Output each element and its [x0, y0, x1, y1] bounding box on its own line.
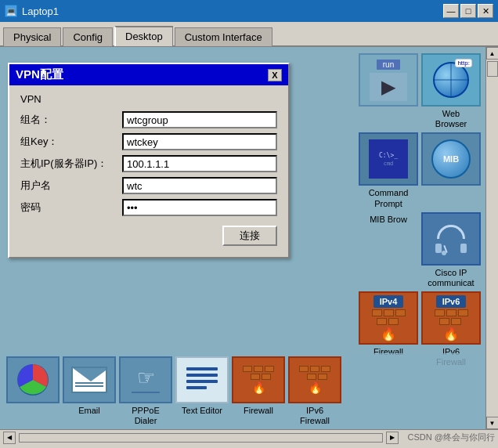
close-button[interactable]: ✕ [478, 4, 493, 18]
vpn-input-username[interactable] [122, 177, 277, 194]
text-editor-label: Text Editor [182, 406, 222, 416]
title-bar: 💻 Laptop1 — □ ✕ [0, 0, 498, 22]
vpn-label-2: 主机IP(服务器IP)： [20, 157, 122, 171]
command-prompt-label: CommandPrompt [369, 188, 409, 208]
run-label: run [377, 60, 400, 70]
vpn-input-password[interactable] [122, 199, 277, 216]
web-browser-icon-item[interactable]: http: WebBrowser [421, 53, 481, 129]
title-bar-controls: — □ ✕ [443, 4, 493, 18]
email-icon-box [63, 356, 116, 403]
vpn-label-3: 用户名 [20, 179, 122, 193]
vpn-label-0: 组名： [20, 113, 122, 127]
ipv6f-icon-item[interactable]: 🔥 IPv6Firewall [288, 356, 341, 426]
ipv6f-label: IPv6Firewall [300, 406, 330, 426]
email-icon-item[interactable]: Email [63, 356, 116, 426]
firewall2-label: Firewall [244, 406, 273, 416]
maximize-button[interactable]: □ [460, 4, 476, 18]
pppoe-icon-box: ☞ [119, 356, 172, 403]
cisco-ip-icon-item[interactable]: Cisco IPcommunicat [421, 212, 481, 288]
vpn-content: VPN 组名： 组Key： 主机IP(服务器IP)： 用户名 [9, 85, 288, 257]
main-content: run ▶ http [0, 47, 498, 429]
pie-chart-svg [15, 362, 51, 398]
tab-custom-interface[interactable]: Custom Interface [175, 27, 272, 46]
status-bar: ◀ ▶ CSDN @终会与你同行 [0, 429, 498, 445]
vpn-connect-button[interactable]: 连接 [222, 226, 277, 246]
vpn-title-text: VPN配置 [16, 67, 63, 82]
tab-physical[interactable]: Physical [3, 27, 61, 46]
vpn-field-row-0: 组名： [20, 111, 277, 128]
window-title: Laptop1 [22, 5, 59, 17]
vpn-close-button[interactable]: X [268, 69, 282, 81]
vpn-field-row-2: 主机IP(服务器IP)： [20, 155, 277, 172]
firewall2-icon-item[interactable]: 🔥 Firewall [232, 356, 285, 426]
mib-browser-row2-icon-item[interactable]: MIB [421, 132, 481, 208]
firewall2-icon-box: 🔥 [232, 356, 285, 403]
web-browser-label: WebBrowser [435, 109, 467, 129]
vpn-input-group-name[interactable] [122, 111, 277, 128]
tab-desktop[interactable]: Desktop [114, 26, 173, 46]
pppoe-dialer-icon-item[interactable]: ☞ PPPoEDialer [119, 356, 172, 426]
scroll-up-button[interactable]: ▲ [486, 47, 499, 60]
mib-icon-box: MIB [421, 132, 481, 186]
vpn-label-4: 密码 [20, 201, 122, 215]
text-editor-icon-item[interactable]: Text Editor [175, 356, 229, 426]
watermark-text: CSDN @终会与你同行 [408, 432, 495, 443]
ipv6f-icon-box: 🔥 [288, 356, 341, 403]
run-icon-item[interactable]: run ▶ [359, 53, 418, 129]
command-prompt-icon-item[interactable]: C:\>_ cmd CommandPrompt [359, 132, 418, 208]
tab-config[interactable]: Config [63, 27, 113, 46]
text-editor-icon-box [175, 356, 229, 403]
window-icon: 💻 [5, 5, 17, 17]
firewall-ipv4-icon-box: IPv4 [359, 291, 418, 345]
vpn-field-row-3: 用户名 [20, 177, 277, 194]
vpn-input-group-key[interactable] [122, 133, 277, 150]
vpn-title-bar: VPN配置 X [9, 64, 288, 85]
mib-browser-label: MIB Brow [359, 215, 418, 225]
vpn-section-label: VPN [20, 93, 277, 105]
pppoe-label: PPPoEDialer [132, 406, 159, 426]
scrollbar-right: ▲ ▼ [485, 47, 498, 429]
web-browser-icon-box: http: [421, 53, 481, 107]
desktop-area: run ▶ http [0, 47, 498, 429]
vpn-input-host-ip[interactable] [122, 155, 277, 172]
horizontal-scroll-track[interactable] [19, 433, 383, 443]
tab-bar: Physical Config Desktop Custom Interface [0, 22, 498, 47]
pie-chart-icon-item[interactable] [6, 356, 60, 426]
scroll-right-button[interactable]: ▶ [386, 432, 399, 444]
vpn-dialog: VPN配置 X VPN 组名： 组Key： 主机IP(服务器IP)： [8, 63, 290, 258]
scroll-down-button[interactable]: ▼ [486, 417, 499, 429]
ipv6-firewall-icon-box: IPv6 [421, 291, 481, 345]
scroll-left-button[interactable]: ◀ [3, 432, 16, 444]
vpn-field-row-1: 组Key： [20, 133, 277, 150]
command-prompt-icon-box: C:\>_ cmd [359, 132, 418, 186]
title-bar-left: 💻 Laptop1 [5, 5, 59, 17]
vpn-connect-row: 连接 [20, 226, 277, 246]
vpn-label-1: 组Key： [20, 135, 122, 149]
cisco-ip-label: Cisco IPcommunicat [428, 268, 474, 288]
scroll-thumb[interactable] [487, 61, 498, 77]
run-icon-box: run ▶ [359, 53, 418, 107]
email-label: Email [78, 406, 100, 416]
vpn-field-row-4: 密码 [20, 199, 277, 216]
cisco-icon-box [421, 212, 481, 266]
minimize-button[interactable]: — [443, 4, 459, 18]
